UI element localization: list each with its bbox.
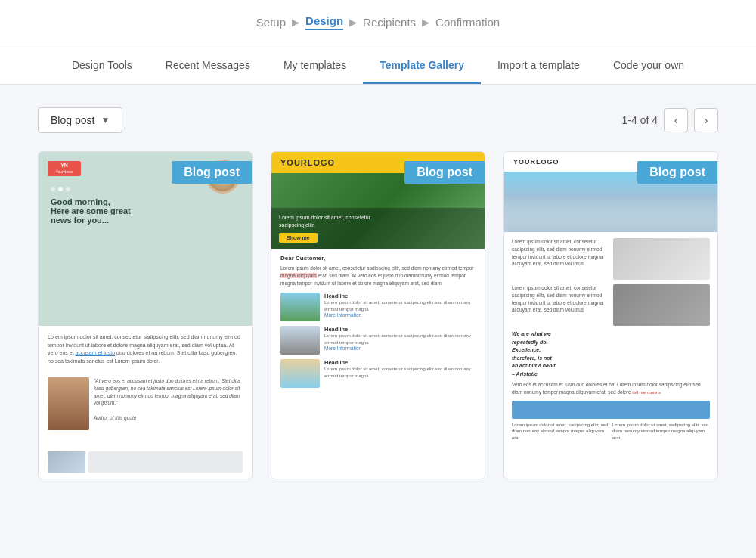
pagination-text: 1-4 of 4 (622, 114, 658, 126)
breadcrumb-setup[interactable]: Setup (256, 16, 286, 29)
card3-img-building (613, 284, 710, 326)
card1-footer (39, 448, 252, 479)
sep2: ▶ (349, 17, 357, 28)
dot1 (51, 187, 55, 191)
card2-body: Dear Customer, Lorem ipsum dolor sit ame… (271, 249, 485, 398)
card2-headline-2: Headline (324, 326, 476, 333)
pg-dot1 (135, 439, 140, 444)
tab-template-gallery[interactable]: Template Gallery (363, 45, 481, 84)
tab-code-your-own[interactable]: Code your own (596, 45, 701, 84)
dot2 (58, 187, 63, 191)
card3-logo: YOURLOGO (513, 158, 559, 166)
card2-row-3: Headline Lorem ipsum dolor sit amet, con… (280, 359, 476, 388)
card2-more-2[interactable]: More Information (324, 346, 476, 351)
card2-row-2: Headline Lorem ipsum dolor sit amet, con… (280, 326, 476, 355)
template-card-1[interactable]: Blog post YNYourNews Good morning,Here a… (38, 151, 253, 479)
card2-logo: YOURLOGO (280, 158, 335, 167)
dot3 (66, 187, 70, 191)
template-card-3[interactable]: Blog post YOURLOGO Lorem ipsum dolor sit… (503, 151, 718, 479)
category-dropdown[interactable]: Blog post ▼ (38, 107, 122, 133)
tab-my-templates[interactable]: My templates (267, 45, 363, 84)
card3-bottom-grid: Lorem ipsum dolor ut amet, sadipscing el… (512, 422, 710, 441)
card2-text-2: Headline Lorem ipsum dolor sit amet, con… (324, 326, 476, 355)
tab-import-template[interactable]: Import a template (481, 45, 596, 84)
card3-bottom-left: Lorem ipsum dolor ut amet, sadipscing el… (512, 422, 609, 441)
tab-design-tools[interactable]: Design Tools (55, 45, 149, 84)
breadcrumb-confirmation[interactable]: Confirmation (435, 16, 500, 29)
card2-body-2: Lorem ipsum dolor sit amet, consetetur s… (324, 333, 476, 346)
card3-body: Lorem ipsum dolor sit amet, consetetur s… (504, 232, 717, 447)
card2-body-3: Lorem ipsum dolor sit amet, consetetur s… (324, 366, 476, 379)
card3-text-2: Lorem ipsum dolor sit amet, consetetur s… (512, 284, 609, 326)
card1-footer-bar (88, 451, 243, 473)
card2-show-btn: Show me (279, 233, 318, 243)
pg-dot3 (150, 439, 155, 444)
card3-grid-2: Lorem ipsum dolor sit amet, consetetur s… (512, 284, 710, 326)
card2-text-3: Headline Lorem ipsum dolor sit amet, con… (324, 359, 476, 388)
card2-img-3 (280, 359, 320, 388)
card1-pagination (39, 435, 252, 448)
card3-link[interactable]: tell me more » (632, 390, 661, 395)
card2-img-2 (280, 326, 320, 355)
badge-3: Blog post (637, 161, 717, 184)
filter-row: Blog post ▼ 1-4 of 4 ‹ › (38, 107, 718, 133)
card3-quote: We are what werepeatedly do.Excellence,t… (512, 330, 710, 378)
pagination: 1-4 of 4 ‹ › (622, 108, 718, 132)
card3-text-1: Lorem ipsum dolor sit amet, consetetur s… (512, 238, 609, 280)
breadcrumb-design[interactable]: Design (305, 14, 343, 30)
card3-blue-bar (512, 401, 710, 419)
card2-text-1: Headline Lorem ipsum dolor sit amet, con… (324, 293, 476, 321)
card2-greeting: Dear Customer, (280, 255, 476, 262)
sep3: ▶ (422, 17, 429, 28)
prev-page-button[interactable]: ‹ (664, 108, 688, 132)
breadcrumb: Setup ▶ Design ▶ Recipients ▶ Confirmati… (256, 14, 500, 30)
card2-hero-text: Lorem ipsum dolor sit amet, consetetursa… (279, 214, 477, 229)
dropdown-label: Blog post (51, 114, 94, 126)
cards-grid: Blog post YNYourNews Good morning,Here a… (38, 151, 718, 479)
card1-quote-section: "At vero eos et accusam et justo duo dol… (39, 373, 252, 435)
card1-body-text: Lorem ipsum dolor sit amet, consectetur … (39, 326, 252, 373)
sep1: ▶ (292, 17, 299, 28)
card2-body-1: Lorem ipsum dolor sit amet, consetetur s… (324, 299, 476, 312)
card1-heading: Good morning,Here are some greatnews for… (51, 197, 240, 225)
badge-2: Blog post (404, 161, 485, 184)
card3-mountains (504, 194, 717, 232)
template-card-2[interactable]: Blog post YOURLOGO Lorem ipsum dolor sit… (271, 151, 485, 479)
card2-para: Lorem ipsum dolor sit amet, consetetur s… (280, 265, 476, 287)
top-nav: Setup ▶ Design ▶ Recipients ▶ Confirmati… (0, 0, 756, 45)
content-area: Blog post ▼ 1-4 of 4 ‹ › Blog post YNYou… (0, 85, 756, 552)
card2-headline-3: Headline (324, 359, 476, 366)
next-page-button[interactable]: › (694, 108, 718, 132)
pg-dot2 (143, 439, 147, 444)
card1-logo: YNYourNews (48, 161, 81, 176)
card3-grid-1: Lorem ipsum dolor sit amet, consetetur s… (512, 238, 710, 280)
card2-hero-image: Lorem ipsum dolor sit amet, consetetursa… (271, 173, 485, 249)
card3-img-gamepad (613, 238, 710, 280)
card2-more-1[interactable]: More Information (324, 312, 476, 318)
tab-recent-messages[interactable]: Recent Messages (149, 45, 267, 84)
card3-text-3: Vero eos et accusam et justo duo dolores… (512, 381, 710, 396)
card2-img-1 (280, 293, 320, 321)
card3-bottom-right: Lorem ipsum dolor ut amet, sadipscing el… (612, 422, 710, 441)
card1-footer-image (48, 451, 85, 473)
card2-row-1: Headline Lorem ipsum dolor sit amet, con… (280, 293, 476, 321)
card2-hero-overlay: Lorem ipsum dolor sit amet, consetetursa… (271, 208, 485, 249)
card1-quote-text: "At vero eos et accusam et justo duo dol… (94, 377, 243, 430)
card2-headline-1: Headline (324, 293, 476, 299)
badge-1: Blog post (172, 161, 252, 184)
card1-quote-image (48, 377, 89, 430)
breadcrumb-recipients[interactable]: Recipients (363, 16, 416, 29)
tab-bar: Design Tools Recent Messages My template… (0, 45, 756, 85)
chevron-down-icon: ▼ (101, 115, 110, 126)
